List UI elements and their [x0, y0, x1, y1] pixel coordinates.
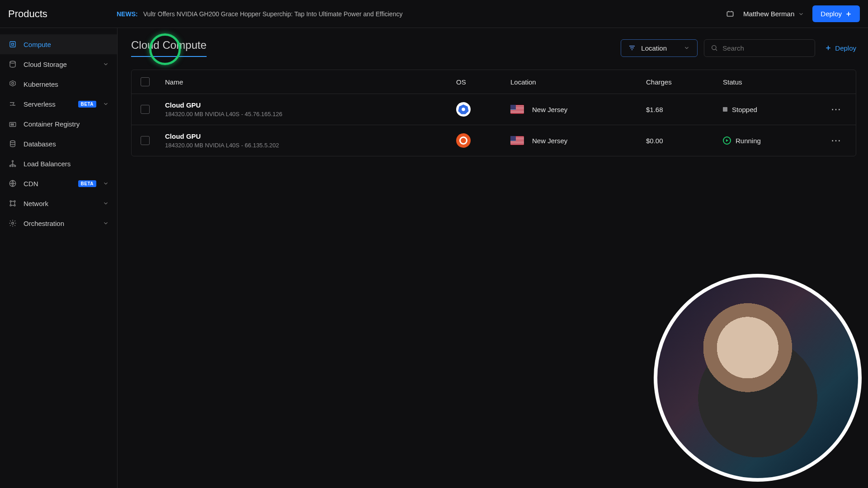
deploy-link[interactable]: Deploy	[821, 44, 856, 52]
sidebar-item-label: Load Balancers	[24, 160, 109, 168]
chevron-down-icon	[798, 11, 804, 17]
sidebar-item-label: Compute	[24, 41, 109, 48]
svg-point-16	[10, 205, 11, 206]
instance-name: Cloud GPU	[165, 132, 456, 140]
user-menu[interactable]: Matthew Berman	[743, 10, 804, 18]
running-icon	[723, 136, 731, 145]
location-text: New Jersey	[532, 137, 567, 145]
sidebar-item-label: Kubernetes	[24, 80, 109, 88]
sidebar-item-compute[interactable]: Compute	[0, 34, 117, 54]
svg-rect-6	[11, 124, 12, 125]
svg-point-10	[9, 165, 11, 167]
search-box[interactable]	[704, 39, 815, 57]
location-filter-label: Location	[641, 44, 678, 52]
sidebar-item-label: Databases	[24, 140, 109, 148]
select-all-checkbox[interactable]	[141, 77, 150, 86]
network-icon	[8, 199, 17, 208]
sidebar-item-cdn[interactable]: CDNBETA	[0, 174, 117, 193]
sidebar-item-cloud-storage[interactable]: Cloud Storage	[0, 54, 117, 74]
svg-point-3	[10, 61, 15, 63]
lb-icon	[8, 159, 17, 168]
webcam-overlay	[654, 274, 862, 482]
charges-text: $0.00	[646, 137, 723, 145]
sidebar-item-container-registry[interactable]: Container Registry	[0, 114, 117, 134]
deploy-button[interactable]: Deploy	[812, 5, 860, 22]
row-actions-button[interactable]: ⋯	[822, 135, 849, 146]
sidebar-item-label: CDN	[24, 180, 72, 188]
chevron-down-icon	[684, 45, 690, 51]
chevron-down-icon	[103, 101, 109, 107]
instance-table: Name OS Location Charges Status Cloud GP…	[131, 70, 856, 156]
beta-badge: BETA	[78, 101, 96, 108]
registry-icon	[8, 119, 17, 128]
table-header: Name OS Location Charges Status	[132, 70, 856, 94]
svg-point-14	[10, 201, 11, 202]
ubuntu-icon	[456, 133, 471, 148]
sidebar-item-databases[interactable]: Databases	[0, 134, 117, 154]
svg-point-19	[712, 46, 716, 50]
deploy-button-label: Deploy	[821, 10, 842, 18]
chevron-down-icon	[103, 200, 109, 206]
chevron-down-icon	[103, 220, 109, 226]
svg-point-20	[462, 108, 465, 111]
svg-rect-7	[13, 124, 14, 125]
cdn-icon	[8, 179, 17, 188]
row-actions-button[interactable]: ⋯	[822, 103, 849, 115]
plus-icon	[825, 45, 831, 51]
plus-icon	[845, 11, 852, 17]
chevron-down-icon	[103, 61, 109, 67]
svg-rect-2	[12, 43, 14, 46]
deploy-link-label: Deploy	[835, 44, 856, 52]
table-row[interactable]: Cloud GPU184320.00 MB NVIDIA L40S - 45.7…	[132, 94, 856, 125]
sidebar-item-load-balancers[interactable]: Load Balancers	[0, 154, 117, 174]
database-icon	[8, 139, 17, 148]
col-status: Status	[723, 78, 822, 86]
svg-point-15	[14, 201, 15, 202]
svg-point-9	[12, 160, 14, 162]
activity-icon[interactable]	[725, 9, 735, 19]
filter-icon	[628, 44, 636, 52]
row-checkbox[interactable]	[141, 105, 150, 114]
sidebar-item-orchestration[interactable]: Orchestration	[0, 213, 117, 233]
col-charges: Charges	[646, 78, 723, 86]
svg-rect-1	[10, 42, 15, 47]
stopped-icon	[723, 107, 727, 112]
row-checkbox[interactable]	[141, 136, 150, 145]
table-row[interactable]: Cloud GPU184320.00 MB NVIDIA L40S - 66.1…	[132, 125, 856, 156]
chevron-down-icon	[103, 180, 109, 187]
sidebar-item-network[interactable]: Network	[0, 193, 117, 213]
news-banner[interactable]: NEWS: Vultr Offers NVIDIA GH200 Grace Ho…	[117, 10, 725, 18]
sidebar-item-label: Serverless	[24, 100, 72, 108]
sidebar-item-kubernetes[interactable]: Kubernetes	[0, 74, 117, 94]
instance-sub: 184320.00 MB NVIDIA L40S - 66.135.5.202	[165, 142, 456, 149]
search-input[interactable]	[722, 44, 808, 52]
svg-point-12	[14, 165, 16, 167]
us-flag-icon	[510, 136, 524, 145]
kubernetes-icon	[8, 80, 17, 89]
svg-point-8	[10, 141, 15, 143]
products-title: Products	[8, 8, 117, 20]
instance-name: Cloud GPU	[165, 101, 456, 109]
location-filter[interactable]: Location	[621, 39, 698, 57]
kubernetes-icon	[456, 102, 471, 117]
sidebar: ComputeCloud StorageKubernetesServerless…	[0, 28, 118, 488]
storage-icon	[8, 60, 17, 69]
page-title: Cloud Compute	[131, 39, 207, 57]
col-os: OS	[456, 78, 510, 86]
user-name: Matthew Berman	[743, 10, 794, 18]
col-location: Location	[510, 78, 646, 86]
sidebar-item-serverless[interactable]: ServerlessBETA	[0, 94, 117, 114]
serverless-icon	[8, 99, 17, 108]
news-text: Vultr Offers NVIDIA GH200 Grace Hopper S…	[143, 10, 403, 18]
location-text: New Jersey	[532, 106, 567, 113]
us-flag-icon	[510, 105, 524, 114]
svg-rect-0	[727, 12, 733, 16]
svg-point-18	[12, 222, 14, 225]
cpu-icon	[8, 40, 17, 49]
sidebar-item-label: Orchestration	[24, 220, 96, 227]
svg-point-4	[12, 82, 14, 84]
search-icon	[711, 44, 718, 52]
orchestration-icon	[8, 219, 17, 228]
charges-text: $1.68	[646, 106, 723, 113]
sidebar-item-label: Network	[24, 200, 96, 207]
